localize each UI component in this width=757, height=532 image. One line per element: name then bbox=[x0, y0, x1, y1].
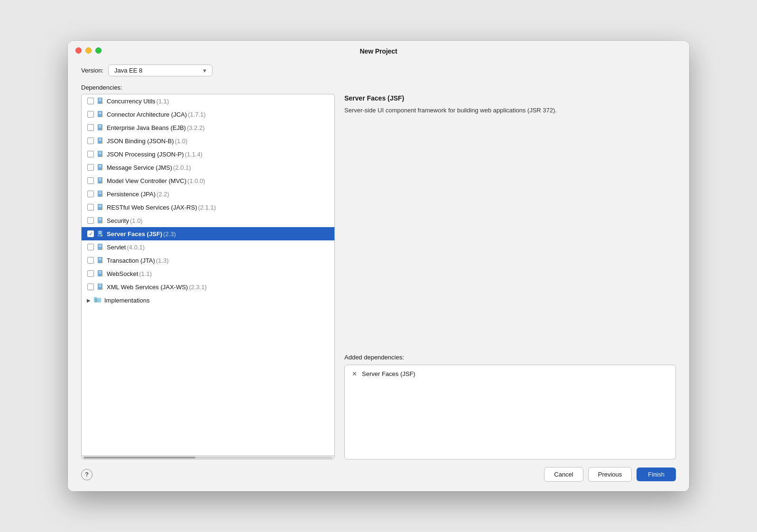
svg-rect-18 bbox=[99, 153, 102, 154]
svg-rect-10 bbox=[99, 127, 102, 128]
info-section: Server Faces (JSF) Server-side UI compon… bbox=[344, 94, 676, 354]
svg-rect-25 bbox=[99, 178, 102, 179]
dep-name: Server Faces (JSF) bbox=[107, 230, 162, 238]
dep-checkbox-server-faces[interactable]: ✓ bbox=[87, 230, 94, 237]
list-item[interactable]: Concurrency Utils (1.1) bbox=[82, 94, 334, 108]
list-item[interactable]: Persistence (JPA) (2.2) bbox=[82, 187, 334, 201]
module-icon bbox=[97, 164, 104, 171]
module-icon bbox=[97, 110, 104, 118]
dep-name: Connector Architecture (JCA) bbox=[107, 111, 187, 118]
title-bar: New Project bbox=[68, 41, 689, 60]
dep-checkbox-transaction[interactable] bbox=[87, 257, 94, 264]
dep-checkbox-json-binding[interactable] bbox=[87, 138, 94, 144]
list-item[interactable]: Security (1.0) bbox=[82, 214, 334, 227]
list-item[interactable]: JSON Processing (JSON-P) (1.1.4) bbox=[82, 147, 334, 161]
svg-rect-22 bbox=[99, 166, 102, 167]
svg-rect-42 bbox=[99, 233, 102, 234]
dep-name: RESTful Web Services (JAX-RS) bbox=[107, 204, 197, 211]
folder-icon bbox=[94, 296, 102, 304]
module-icon bbox=[97, 203, 104, 211]
dep-name: Security bbox=[107, 217, 129, 224]
dep-checkbox-json-processing[interactable] bbox=[87, 151, 94, 157]
dep-checkbox-connector-arch[interactable] bbox=[87, 111, 94, 118]
main-split: Dependencies: bbox=[81, 84, 676, 459]
dep-name: Persistence (JPA) bbox=[107, 191, 156, 198]
dep-checkbox-message-service[interactable] bbox=[87, 164, 94, 171]
dep-checkbox-concurrency-utils[interactable] bbox=[87, 98, 94, 104]
list-item[interactable]: WebSocket (1.1) bbox=[82, 267, 334, 280]
footer-left: ? bbox=[81, 469, 92, 480]
dep-checkbox-persistence[interactable] bbox=[87, 191, 94, 197]
finish-button[interactable]: Finish bbox=[637, 468, 676, 481]
version-row: Version: Java EE 8 ▼ bbox=[81, 64, 676, 76]
svg-rect-57 bbox=[99, 284, 102, 285]
list-item[interactable]: Connector Architecture (JCA) (1.7.1) bbox=[82, 108, 334, 121]
svg-rect-29 bbox=[99, 192, 102, 193]
category-label: Implementations bbox=[104, 297, 149, 304]
dep-version: (2.2) bbox=[157, 191, 169, 198]
scrollbar-thumb bbox=[83, 457, 195, 459]
dependencies-label: Dependencies: bbox=[81, 84, 335, 91]
list-item[interactable]: ✓ Server Faces (JSF) (2.3) bbox=[82, 227, 334, 240]
list-item[interactable]: XML Web Services (JAX-WS) (2.3.1) bbox=[82, 280, 334, 294]
dep-version: (1.1) bbox=[157, 98, 169, 105]
remove-dependency-button[interactable]: ✕ bbox=[351, 370, 358, 377]
dep-name: Servlet bbox=[107, 244, 126, 251]
svg-rect-49 bbox=[99, 258, 102, 259]
horizontal-scrollbar[interactable] bbox=[82, 455, 334, 459]
help-button[interactable]: ? bbox=[81, 469, 92, 480]
chevron-down-icon: ▼ bbox=[202, 68, 207, 73]
added-item-label: Server Faces (JSF) bbox=[362, 370, 415, 377]
dep-checkbox-ejb[interactable] bbox=[87, 124, 94, 131]
close-button[interactable] bbox=[75, 47, 82, 54]
module-icon bbox=[97, 270, 104, 277]
svg-rect-63 bbox=[95, 300, 98, 301]
list-item[interactable]: Enterprise Java Beans (EJB) (3.2.2) bbox=[82, 121, 334, 134]
maximize-button[interactable] bbox=[95, 47, 102, 54]
list-item[interactable]: Servlet (4.0.1) bbox=[82, 240, 334, 254]
minimize-button[interactable] bbox=[85, 47, 92, 54]
category-row-implementations[interactable]: ▶ Implementations bbox=[82, 294, 334, 307]
svg-rect-26 bbox=[99, 180, 102, 181]
right-panel: Server Faces (JSF) Server-side UI compon… bbox=[344, 84, 676, 459]
svg-rect-30 bbox=[99, 193, 102, 194]
dialog-title: New Project bbox=[360, 47, 397, 55]
svg-rect-13 bbox=[99, 138, 102, 139]
module-icon bbox=[97, 283, 104, 291]
module-icon bbox=[97, 257, 104, 264]
dep-name: Model View Controller (MVC) bbox=[107, 177, 186, 184]
scrollbar-track bbox=[83, 457, 332, 459]
list-item[interactable]: RESTful Web Services (JAX-RS) (2.1.1) bbox=[82, 201, 334, 214]
dependencies-scroll[interactable]: Concurrency Utils (1.1) bbox=[82, 94, 334, 455]
dep-version: (1.3) bbox=[156, 257, 169, 264]
dep-version: (2.3) bbox=[163, 230, 176, 238]
previous-button[interactable]: Previous bbox=[588, 467, 632, 482]
added-dependencies-label: Added dependencies: bbox=[344, 354, 676, 361]
dep-checkbox-servlet[interactable] bbox=[87, 244, 94, 250]
dep-checkbox-mvc[interactable] bbox=[87, 177, 94, 184]
dep-version: (2.0.1) bbox=[173, 164, 191, 171]
svg-rect-9 bbox=[99, 125, 102, 126]
dep-name: Message Service (JMS) bbox=[107, 164, 172, 171]
svg-rect-41 bbox=[99, 231, 102, 232]
svg-rect-37 bbox=[99, 218, 102, 219]
list-item[interactable]: Transaction (JTA) (1.3) bbox=[82, 254, 334, 267]
version-select[interactable]: Java EE 8 ▼ bbox=[108, 64, 212, 76]
list-item[interactable]: JSON Binding (JSON-B) (1.0) bbox=[82, 134, 334, 147]
dep-checkbox-xml-web-services[interactable] bbox=[87, 284, 94, 290]
svg-rect-62 bbox=[95, 299, 97, 300]
svg-rect-34 bbox=[99, 206, 102, 207]
version-label: Version: bbox=[81, 67, 103, 74]
list-item[interactable]: Model View Controller (MVC) (1.0.0) bbox=[82, 174, 334, 187]
svg-rect-45 bbox=[99, 245, 102, 246]
cancel-button[interactable]: Cancel bbox=[544, 467, 583, 482]
module-icon bbox=[97, 177, 104, 184]
dep-checkbox-security[interactable] bbox=[87, 217, 94, 224]
svg-rect-5 bbox=[99, 112, 102, 113]
added-item: ✕ Server Faces (JSF) bbox=[351, 370, 670, 377]
dep-checkbox-websocket[interactable] bbox=[87, 270, 94, 277]
dep-checkbox-restful[interactable] bbox=[87, 204, 94, 211]
list-item[interactable]: Message Service (JMS) (2.0.1) bbox=[82, 161, 334, 174]
svg-rect-53 bbox=[99, 271, 102, 272]
added-dependencies-box: ✕ Server Faces (JSF) bbox=[344, 365, 676, 459]
